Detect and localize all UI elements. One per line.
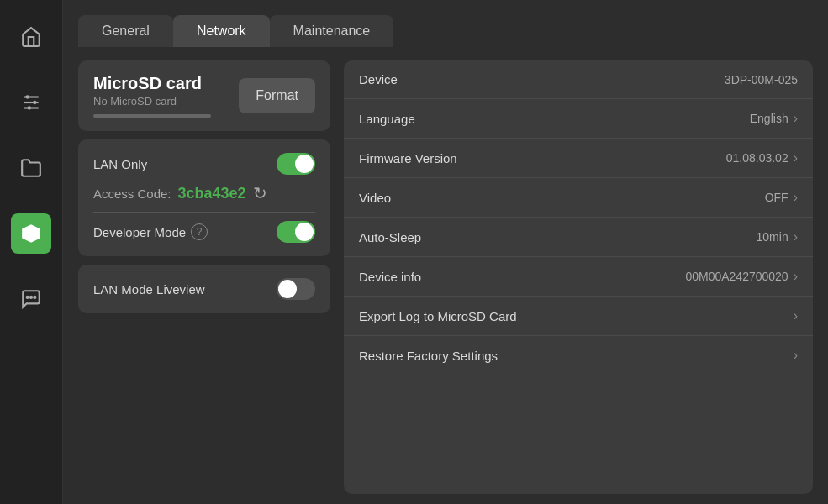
network-card: LAN Only Access Code: 3cba43e2 ↻ Dev (78, 139, 330, 256)
format-button[interactable]: Format (239, 78, 315, 113)
svg-point-5 (28, 106, 31, 109)
video-label: Video (359, 191, 391, 205)
liveview-toggle[interactable] (277, 278, 315, 300)
restore-value-group: › (794, 348, 798, 363)
settings-row-autosleep[interactable]: Auto-Sleep 10min › (344, 218, 813, 257)
microsd-status: No MicroSD card (93, 95, 211, 108)
autosleep-value: 10min (757, 230, 788, 244)
svg-point-8 (30, 297, 32, 298)
firmware-label: Firmware Version (359, 151, 457, 165)
settings-row-video[interactable]: Video OFF › (344, 178, 813, 218)
settings-row-language[interactable]: Language English › (344, 99, 813, 139)
tab-network[interactable]: Network (173, 15, 270, 47)
svg-marker-6 (22, 224, 40, 243)
settings-row-firmware[interactable]: Firmware Version 01.08.03.02 › (344, 139, 813, 178)
svg-point-4 (33, 101, 36, 104)
device-value: 3DP-00M-025 (725, 73, 798, 87)
firmware-value-group: 01.08.03.02 › (726, 150, 798, 165)
lan-only-toggle[interactable] (277, 153, 315, 175)
export-log-value-group: › (794, 308, 798, 323)
sidebar-item-home[interactable] (11, 17, 51, 57)
main-content: General Network Maintenance MicroSD card… (63, 0, 828, 504)
tab-maintenance[interactable]: Maintenance (270, 15, 394, 47)
left-panel: MicroSD card No MicroSD card Format LAN … (78, 60, 330, 494)
settings-row-deviceinfo[interactable]: Device info 00M00A242700020 › (344, 257, 813, 297)
settings-row-device[interactable]: Device 3DP-00M-025 (344, 60, 813, 99)
chevron-icon: › (794, 348, 798, 363)
lan-only-row: LAN Only (93, 153, 315, 175)
chevron-icon: › (794, 190, 798, 205)
autosleep-label: Auto-Sleep (359, 230, 421, 244)
device-label: Device (359, 72, 398, 87)
access-code-label: Access Code: (93, 186, 171, 201)
liveview-label: LAN Mode Liveview (93, 282, 205, 297)
sidebar-item-tune[interactable] (11, 82, 51, 123)
sidebar (0, 0, 63, 504)
firmware-value: 01.08.03.02 (726, 151, 788, 165)
developer-mode-toggle[interactable] (277, 221, 315, 243)
refresh-access-code-button[interactable]: ↻ (253, 183, 267, 203)
chevron-icon: › (794, 308, 798, 323)
chevron-icon: › (794, 229, 798, 244)
language-value-group: English › (750, 111, 798, 126)
svg-point-7 (27, 297, 29, 298)
settings-row-export-log[interactable]: Export Log to MicroSD Card › (344, 297, 813, 336)
liveview-card: LAN Mode Liveview (78, 265, 330, 313)
microsd-info: MicroSD card No MicroSD card (93, 74, 211, 118)
sidebar-item-files[interactable] (11, 148, 51, 188)
access-code-value: 3cba43e2 (178, 185, 246, 202)
svg-point-3 (26, 95, 29, 98)
video-value: OFF (765, 191, 788, 204)
tab-bar: General Network Maintenance (78, 15, 813, 47)
svg-point-9 (34, 297, 35, 298)
restore-label: Restore Factory Settings (359, 349, 498, 363)
help-icon[interactable]: ? (191, 223, 208, 240)
microsd-title: MicroSD card (93, 74, 211, 93)
autosleep-value-group: 10min › (757, 229, 798, 244)
content-area: MicroSD card No MicroSD card Format LAN … (78, 60, 813, 494)
access-code-row: Access Code: 3cba43e2 ↻ (93, 183, 315, 203)
microsd-progress (93, 114, 211, 118)
developer-mode-label: Developer Mode ? (93, 223, 208, 240)
developer-mode-row: Developer Mode ? (93, 221, 315, 243)
language-value: English (750, 112, 788, 125)
device-value-group: 3DP-00M-025 (725, 73, 798, 87)
lan-only-label: LAN Only (93, 157, 147, 171)
language-label: Language (359, 112, 415, 126)
sidebar-item-messages[interactable] (11, 279, 51, 319)
chevron-icon: › (794, 150, 798, 165)
sidebar-item-device[interactable] (11, 213, 51, 254)
microsd-card: MicroSD card No MicroSD card Format (78, 60, 330, 131)
deviceinfo-value-group: 00M00A242700020 › (685, 269, 798, 284)
chevron-icon: › (794, 111, 798, 126)
export-log-label: Export Log to MicroSD Card (359, 309, 517, 323)
tab-general[interactable]: General (78, 15, 173, 47)
right-panel: Device 3DP-00M-025 Language English › Fi… (344, 60, 813, 494)
deviceinfo-label: Device info (359, 270, 421, 284)
settings-row-restore[interactable]: Restore Factory Settings › (344, 336, 813, 375)
chevron-icon: › (794, 269, 798, 284)
deviceinfo-value: 00M00A242700020 (685, 270, 788, 283)
divider (93, 212, 315, 213)
video-value-group: OFF › (765, 190, 798, 205)
